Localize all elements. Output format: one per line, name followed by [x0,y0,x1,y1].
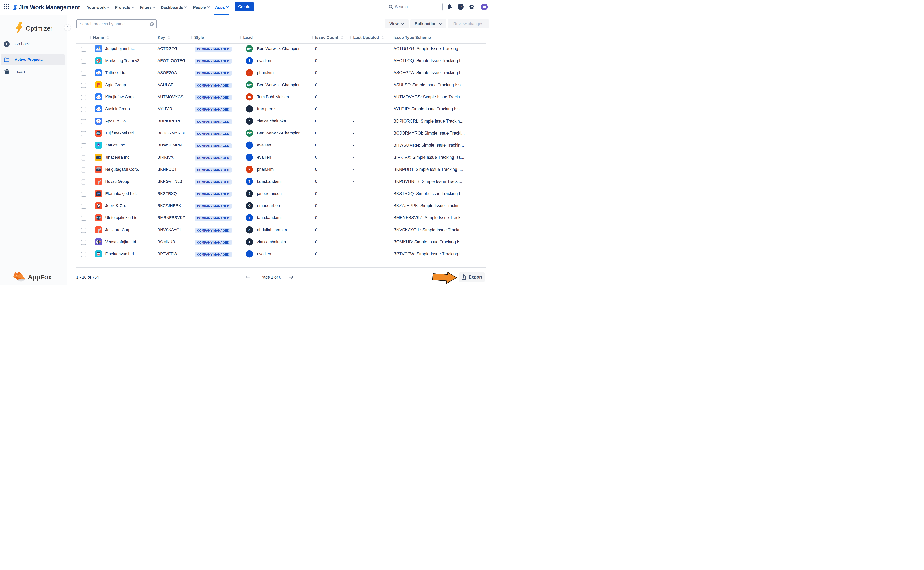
svg-text:?: ? [460,5,462,9]
